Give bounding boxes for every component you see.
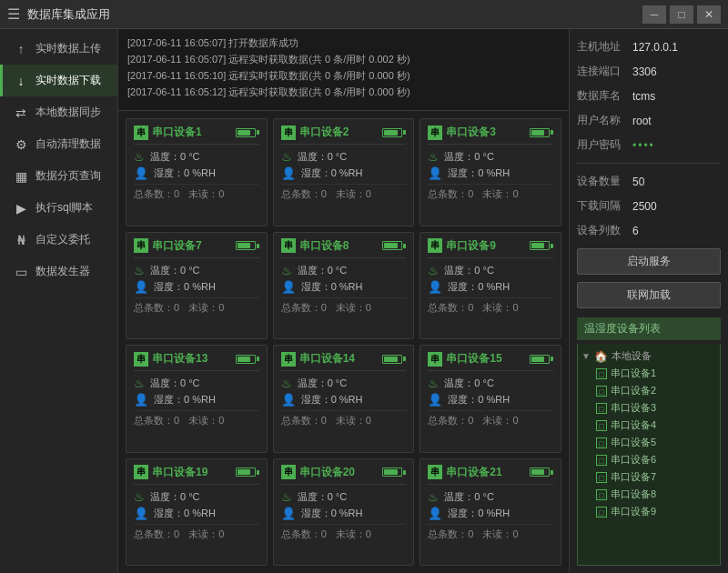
battery-icon-21 (530, 467, 553, 477)
temp-label-9: 温度：0 °C (444, 264, 494, 277)
tree-arrow-icon: ▼ (581, 351, 591, 361)
tree-item-label-8: 串口设备8 (611, 488, 656, 501)
sidebar-label-generator: 数据发生器 (35, 264, 90, 279)
tree-item-9[interactable]: □ 串口设备9 (581, 503, 716, 520)
temp-icon-14: ♨ (281, 377, 292, 390)
device-card-8[interactable]: 串 串口设备8 ♨ 温度：0 °C 👤 湿度：0 %RH 总条数：0 未读：0 (273, 232, 415, 340)
battery-body (530, 128, 550, 137)
sidebar-icon-generator: ▭ (14, 265, 28, 279)
tree-item-label-1: 串口设备1 (611, 367, 656, 380)
tree-item-1[interactable]: □ 串口设备1 (581, 365, 716, 382)
device-card-15[interactable]: 串 串口设备15 ♨ 温度：0 °C 👤 湿度：0 %RH 总条数：0 未读：0 (420, 345, 561, 453)
humidity-label-2: 湿度：0 %RH (301, 166, 363, 180)
tree-item-icon-1: □ (596, 368, 607, 379)
device-name-1: 串口设备1 (152, 125, 202, 140)
battery-tip (403, 470, 406, 475)
battery-body (530, 467, 550, 477)
device-card-2[interactable]: 串 串口设备2 ♨ 温度：0 °C 👤 湿度：0 %RH 总条数：0 未读：0 (273, 118, 415, 226)
sidebar-item-sync[interactable]: ⇄ 本地数据同步 (0, 96, 117, 128)
start-service-button[interactable]: 启动服务 (577, 248, 721, 275)
unread-label-8: 未读：0 (336, 301, 371, 315)
device-card-19[interactable]: 串 串口设备19 ♨ 温度：0 °C 👤 湿度：0 %RH 总条数：0 未读：0 (126, 458, 268, 567)
battery-icon-1 (236, 128, 259, 137)
humidity-row-2: 👤 湿度：0 %RH (281, 166, 407, 180)
temp-row-3: ♨ 温度：0 °C (428, 150, 553, 164)
device-card-3[interactable]: 串 串口设备3 ♨ 温度：0 °C 👤 湿度：0 %RH 总条数：0 未读：0 (420, 118, 561, 226)
temp-icon-7: ♨ (134, 264, 145, 277)
device-card-20[interactable]: 串 串口设备20 ♨ 温度：0 °C 👤 湿度：0 %RH 总条数：0 未读：0 (273, 458, 415, 567)
network-load-button[interactable]: 联网加载 (577, 282, 721, 308)
humidity-row-8: 👤 湿度：0 %RH (281, 280, 407, 294)
user-label: 用户名称 (577, 113, 627, 128)
sidebar-icon-sync: ⇄ (14, 106, 28, 120)
home-icon: 🏠 (594, 350, 608, 363)
device-card-21[interactable]: 串 串口设备21 ♨ 温度：0 °C 👤 湿度：0 %RH 总条数：0 未读：0 (420, 458, 561, 567)
device-title-14: 串 串口设备14 (281, 351, 355, 367)
device-card-1[interactable]: 串 串口设备1 ♨ 温度：0 °C 👤 湿度：0 %RH 总条数：0 未读：0 (126, 118, 268, 226)
device-header-1: 串 串口设备1 (134, 125, 259, 145)
humidity-row-15: 👤 湿度：0 %RH (428, 393, 553, 407)
pass-label: 用户密码 (577, 137, 627, 153)
close-button[interactable]: ✕ (697, 5, 721, 24)
sidebar-item-sql[interactable]: ▶ 执行sql脚本 (0, 192, 117, 224)
sidebar-label-delegate: 自定义委托 (35, 232, 90, 247)
tree-item-5[interactable]: □ 串口设备5 (581, 434, 716, 451)
temp-label-21: 温度：0 °C (444, 490, 494, 504)
sidebar-item-upload[interactable]: ↑ 实时数据上传 (0, 33, 117, 65)
device-name-3: 串口设备3 (446, 125, 496, 140)
tree-item-4[interactable]: □ 串口设备4 (581, 417, 716, 434)
device-card-13[interactable]: 串 串口设备13 ♨ 温度：0 °C 👤 湿度：0 %RH 总条数：0 未读：0 (126, 345, 268, 453)
battery-icon-2 (382, 128, 406, 137)
host-value: 127.0.0.1 (632, 41, 678, 54)
battery-tip (257, 357, 259, 361)
tree-item-2[interactable]: □ 串口设备2 (581, 382, 716, 399)
unread-label-3: 未读：0 (482, 187, 518, 201)
sidebar-item-generator[interactable]: ▭ 数据发生器 (0, 256, 117, 287)
battery-body (236, 355, 256, 364)
battery-fill (531, 243, 544, 248)
device-icon-21: 串 (428, 465, 442, 479)
device-card-9[interactable]: 串 串口设备9 ♨ 温度：0 °C 👤 湿度：0 %RH 总条数：0 未读：0 (420, 232, 561, 340)
temp-label-8: 温度：0 °C (298, 264, 348, 277)
device-title-19: 串 串口设备19 (134, 465, 207, 480)
battery-tip (257, 244, 259, 248)
unread-label-14: 未读：0 (336, 414, 371, 427)
temp-label-13: 温度：0 °C (150, 377, 200, 390)
sidebar-item-auto[interactable]: ⚙ 自动清理数据 (0, 128, 117, 160)
right-panel: 主机地址 127.0.0.1 连接端口 3306 数据库名 tcms 用户名称 … (569, 29, 728, 573)
sidebar-item-delegate[interactable]: ₦ 自定义委托 (0, 224, 117, 256)
tree-item-8[interactable]: □ 串口设备8 (581, 486, 716, 503)
unread-label-9: 未读：0 (482, 301, 518, 315)
window-controls: ─ □ ✕ (642, 5, 721, 24)
battery-icon-9 (530, 241, 553, 250)
columns-row: 设备列数 6 (577, 220, 721, 241)
device-footer-7: 总条数：0 未读：0 (134, 297, 259, 315)
maximize-button[interactable]: □ (670, 5, 693, 24)
device-card-14[interactable]: 串 串口设备14 ♨ 温度：0 °C 👤 湿度：0 %RH 总条数：0 未读：0 (273, 345, 415, 453)
sidebar-item-query[interactable]: ▦ 数据分页查询 (0, 160, 117, 192)
device-tree[interactable]: ▼ 🏠 本地设备 □ 串口设备1 □ 串口设备2 □ 串口设备3 □ 串口设备4… (577, 344, 721, 566)
humidity-label-19: 湿度：0 %RH (154, 507, 216, 520)
device-card-7[interactable]: 串 串口设备7 ♨ 温度：0 °C 👤 湿度：0 %RH 总条数：0 未读：0 (126, 232, 268, 340)
sidebar-label-download: 实时数据下载 (35, 73, 101, 88)
tree-item-7[interactable]: □ 串口设备7 (581, 468, 716, 486)
battery-body (382, 241, 402, 250)
temp-icon-15: ♨ (428, 377, 439, 390)
device-icon-2: 串 (281, 126, 296, 140)
sidebar-label-sync: 本地数据同步 (35, 105, 101, 120)
tree-item-icon-3: □ (596, 403, 607, 414)
temp-row-21: ♨ 温度：0 °C (428, 490, 553, 504)
minimize-button[interactable]: ─ (642, 5, 666, 24)
total-label-13: 总条数：0 (134, 414, 179, 427)
device-tree-header: 温湿度设备列表 (577, 317, 721, 340)
log-line: [2017-06-11 16:05:07] 远程实时获取数据(共 0 条/用时 … (127, 51, 560, 67)
total-label-15: 总条数：0 (428, 414, 473, 427)
sidebar-item-download[interactable]: ↓ 实时数据下载 (0, 65, 117, 96)
battery-body (382, 128, 402, 137)
tree-local-label[interactable]: ▼ 🏠 本地设备 (581, 347, 716, 365)
device-footer-1: 总条数：0 未读：0 (134, 184, 259, 201)
tree-item-label-3: 串口设备3 (611, 401, 656, 415)
humidity-icon-9: 👤 (428, 280, 442, 294)
tree-item-3[interactable]: □ 串口设备3 (581, 399, 716, 417)
tree-item-6[interactable]: □ 串口设备6 (581, 451, 716, 468)
